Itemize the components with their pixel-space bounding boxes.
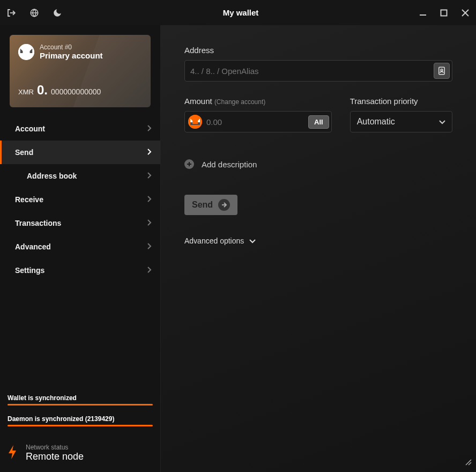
account-number-label: Account #0 — [40, 43, 103, 51]
svg-rect-10 — [198, 122, 200, 125]
nav-transactions[interactable]: Transactions — [0, 211, 160, 235]
wallet-sync-bar — [8, 404, 153, 405]
network-status-label: Network status — [26, 444, 84, 451]
nav-account[interactable]: Account — [0, 117, 160, 141]
chevron-right-icon — [147, 172, 152, 180]
add-description-label: Add description — [202, 160, 257, 169]
amount-input-row: All — [184, 111, 332, 132]
amount-input[interactable] — [206, 117, 308, 127]
titlebar: My wallet — [0, 0, 476, 25]
moon-icon[interactable] — [53, 8, 62, 18]
wallet-sync-label: Wallet is synchronized — [8, 394, 153, 402]
plus-circle-icon — [184, 159, 194, 169]
network-status-value: Remote node — [26, 451, 84, 462]
network-status[interactable]: Network status Remote node — [0, 441, 160, 472]
chevron-right-icon — [147, 124, 152, 133]
svg-rect-11 — [192, 124, 198, 125]
nav-address-book[interactable]: Address book — [0, 164, 160, 188]
daemon-sync-label: Daemon is synchronized (2139429) — [8, 415, 153, 423]
nav-label: Account — [15, 124, 45, 133]
amount-all-button[interactable]: All — [308, 115, 329, 129]
nav-label: Advanced — [15, 242, 51, 251]
minimize-icon[interactable] — [419, 9, 427, 17]
svg-point-8 — [188, 115, 202, 129]
address-input[interactable] — [190, 67, 434, 76]
balance-integer: 0. — [37, 83, 48, 98]
svg-point-7 — [441, 69, 443, 71]
priority-select[interactable]: Automatic — [350, 111, 452, 132]
logout-icon[interactable] — [6, 8, 16, 18]
send-button-label: Send — [192, 200, 213, 210]
nav-label: Settings — [15, 266, 44, 275]
amount-label-text: Amount — [184, 97, 212, 106]
add-description-button[interactable]: Add description — [184, 159, 452, 169]
send-button[interactable]: Send — [184, 195, 237, 215]
main-panel: Address Amount (Change account) All — [161, 25, 476, 472]
monero-logo-icon — [18, 44, 34, 60]
daemon-sync-bar — [8, 425, 153, 426]
address-input-row — [184, 60, 452, 82]
address-label: Address — [184, 46, 452, 55]
priority-label: Transaction priority — [350, 97, 452, 106]
close-icon[interactable] — [461, 9, 470, 17]
nav-label: Send — [15, 148, 33, 157]
sidebar: Account #0 Primary account XMR 0. 000000… — [0, 25, 161, 472]
chevron-right-icon — [147, 266, 152, 275]
globe-icon[interactable] — [29, 8, 39, 18]
chevron-down-icon — [439, 117, 445, 127]
sync-status: Wallet is synchronized Daemon is synchro… — [0, 389, 160, 441]
nav-advanced[interactable]: Advanced — [0, 235, 160, 259]
priority-value: Automatic — [357, 117, 395, 127]
chevron-right-icon — [147, 148, 152, 157]
window-title: My wallet — [62, 8, 419, 17]
svg-rect-9 — [190, 122, 192, 125]
amount-label: Amount (Change account) — [184, 97, 332, 106]
balance-decimal: 000000000000 — [51, 87, 101, 96]
svg-rect-2 — [441, 10, 447, 16]
nav-label: Address book — [27, 172, 77, 180]
balance-currency: XMR — [18, 88, 34, 96]
chevron-right-icon — [147, 242, 152, 251]
advanced-options-toggle[interactable]: Advanced options — [184, 237, 452, 245]
nav-send[interactable]: Send — [0, 141, 160, 164]
account-name: Primary account — [40, 51, 103, 60]
monero-coin-icon — [188, 115, 202, 129]
arrow-right-circle-icon — [218, 199, 230, 211]
bolt-icon — [8, 445, 18, 462]
account-card[interactable]: Account #0 Primary account XMR 0. 000000… — [10, 35, 151, 107]
advanced-options-label: Advanced options — [184, 237, 244, 245]
resize-handle-icon[interactable] — [463, 457, 472, 468]
balance: XMR 0. 000000000000 — [18, 83, 101, 98]
nav-label: Receive — [15, 195, 43, 204]
nav-receive[interactable]: Receive — [0, 188, 160, 211]
change-account-link[interactable]: (Change account) — [214, 98, 265, 106]
chevron-down-icon — [249, 237, 256, 245]
address-book-button[interactable] — [434, 63, 450, 79]
maximize-icon[interactable] — [440, 9, 448, 17]
chevron-right-icon — [147, 219, 152, 227]
chevron-right-icon — [147, 195, 152, 204]
nav-label: Transactions — [15, 219, 61, 227]
nav: Account Send Address book Receive Transa… — [0, 117, 160, 389]
nav-settings[interactable]: Settings — [0, 259, 160, 282]
